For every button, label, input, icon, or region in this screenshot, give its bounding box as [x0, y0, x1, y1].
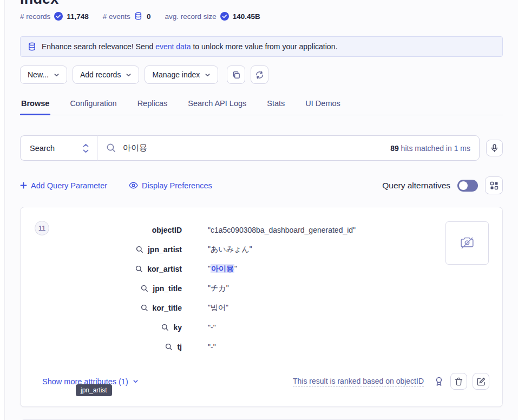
field-label-text: tj — [177, 343, 182, 351]
chevron-down-icon — [126, 72, 132, 78]
event-data-link[interactable]: event data — [155, 42, 191, 51]
trash-icon — [455, 377, 463, 386]
sort-chevrons-icon — [82, 143, 89, 154]
layout-grid-button[interactable] — [485, 176, 503, 194]
check-circle-icon — [220, 12, 229, 21]
display-preferences-link[interactable]: Display Preferences — [129, 181, 212, 190]
search-row: Search 아이묭 89 hits matched in 1 ms — [20, 135, 503, 161]
ribbon-icon — [435, 377, 443, 386]
field-label: jpn_title — [55, 284, 182, 293]
display-preferences-label: Display Preferences — [142, 181, 212, 190]
microphone-icon — [490, 144, 499, 152]
query-alternatives-label: Query alternatives — [382, 181, 450, 191]
database-icon — [28, 42, 36, 51]
search-query-text: 아이묭 — [123, 143, 384, 153]
field-label: tj — [55, 343, 182, 351]
field-row-ky: ky "-" — [55, 318, 356, 337]
close-quote: " — [226, 284, 229, 292]
field-row-kor-artist: kor_artist "아이묭" — [55, 259, 356, 279]
field-row-kor-title: kor_title "빙어" — [55, 298, 356, 318]
index-tabs: Browse Configuration Replicas Search API… — [20, 99, 503, 115]
voice-search-button[interactable] — [486, 140, 503, 156]
new-button-label: New... — [28, 70, 49, 79]
result-actions: This result is ranked based on objectID — [293, 373, 489, 390]
result-fields: objectID "c1a5c090308ba_dashboard_genera… — [55, 220, 356, 357]
field-value: "빙어" — [208, 303, 228, 313]
field-value-text: チカ — [211, 284, 226, 292]
delete-record-button[interactable] — [450, 373, 467, 390]
copy-icon — [232, 70, 241, 80]
database-icon — [134, 12, 143, 21]
copy-index-button[interactable] — [227, 65, 245, 84]
stat-avg-size-value: 140.45B — [233, 12, 260, 21]
tab-replicas[interactable]: Replicas — [136, 99, 169, 115]
tab-browse[interactable]: Browse — [20, 99, 50, 115]
eye-icon — [129, 182, 138, 189]
edit-record-button[interactable] — [473, 373, 489, 390]
add-records-button-label: Add records — [80, 70, 121, 79]
add-query-parameter-label: Add Query Parameter — [31, 181, 107, 190]
tab-search-api-logs[interactable]: Search API Logs — [187, 99, 247, 115]
field-label-text: jpn_artist — [148, 245, 182, 254]
tab-stats[interactable]: Stats — [266, 99, 286, 115]
chevron-down-icon — [205, 72, 211, 78]
search-icon — [136, 246, 143, 253]
ranking-note[interactable]: This result is ranked based on objectID — [293, 377, 424, 386]
search-bar: Search 아이묭 89 hits matched in 1 ms — [20, 135, 480, 161]
manage-index-button[interactable]: Manage index — [145, 65, 218, 84]
edit-icon — [477, 377, 486, 386]
search-icon — [141, 285, 148, 292]
new-button[interactable]: New... — [20, 65, 67, 84]
close-quote: " — [213, 323, 216, 332]
query-alternatives-toggle[interactable] — [457, 180, 478, 192]
index-detail-page: Index # records 11,748 # events 0 avg. r… — [4, 0, 518, 420]
stat-records-value: 11,748 — [67, 12, 89, 21]
no-image-icon — [459, 235, 475, 251]
check-circle-icon — [54, 12, 63, 21]
add-query-parameter-link[interactable]: Add Query Parameter — [20, 181, 107, 190]
close-quote: " — [226, 303, 228, 312]
search-icon — [161, 324, 169, 331]
field-value: "아이묭" — [208, 264, 237, 274]
search-scope-value: Search — [30, 144, 55, 153]
field-label-text: jpn_title — [153, 284, 182, 293]
search-scope-select[interactable]: Search — [20, 135, 97, 161]
index-stats: # records 11,748 # events 0 avg. record … — [20, 12, 503, 21]
search-input[interactable]: 아이묭 89 hits matched in 1 ms — [97, 135, 480, 161]
field-label: objectID — [55, 226, 182, 234]
result-card-footer: Show more attributes (1) jpn_artist This… — [21, 373, 502, 390]
hits-suffix: hits matched in 1 ms — [399, 144, 470, 153]
field-value-text: 빙어 — [211, 303, 226, 312]
close-quote: " — [250, 245, 252, 253]
field-label-text: kor_title — [153, 304, 182, 312]
hits-matched-text: 89 hits matched in 1 ms — [390, 144, 470, 153]
manage-index-button-label: Manage index — [152, 70, 200, 79]
ranking-info-button[interactable] — [433, 373, 445, 390]
page-title: Index — [20, 0, 503, 8]
tab-ui-demos[interactable]: UI Demos — [304, 99, 341, 115]
field-row-objectid: objectID "c1a5c090308ba_dashboard_genera… — [55, 220, 356, 240]
stat-events: # events 0 — [103, 12, 151, 21]
index-toolbar: New... Add records Manage index — [20, 65, 503, 84]
hits-count: 89 — [390, 144, 399, 153]
close-quote: " — [353, 226, 356, 234]
field-value-text: c1a5c090308ba_dashboard_generated_id — [211, 226, 353, 234]
field-value-text: あいみょん — [211, 245, 250, 253]
grid-icon — [490, 181, 499, 190]
refresh-icon — [255, 70, 264, 80]
refresh-button[interactable] — [251, 65, 268, 84]
field-row-jpn-title: jpn_title "チカ" — [55, 279, 356, 298]
search-icon — [135, 265, 143, 273]
stat-events-value: 0 — [147, 12, 151, 21]
field-label: kor_title — [55, 304, 182, 312]
field-label-text: kor_artist — [147, 265, 182, 273]
add-records-button[interactable]: Add records — [73, 65, 139, 84]
tab-configuration[interactable]: Configuration — [69, 99, 117, 115]
show-more-attributes-link[interactable]: Show more attributes (1) jpn_artist — [42, 377, 139, 386]
stat-avg-size: avg. record size 140.45B — [165, 12, 260, 21]
toggle-knob — [459, 181, 468, 190]
banner-text-after: to unlock more value from your applicati… — [191, 42, 338, 51]
field-value: "-" — [208, 343, 216, 351]
chevron-down-icon — [133, 378, 139, 384]
field-value: "c1a5c090308ba_dashboard_generated_id" — [208, 226, 356, 234]
